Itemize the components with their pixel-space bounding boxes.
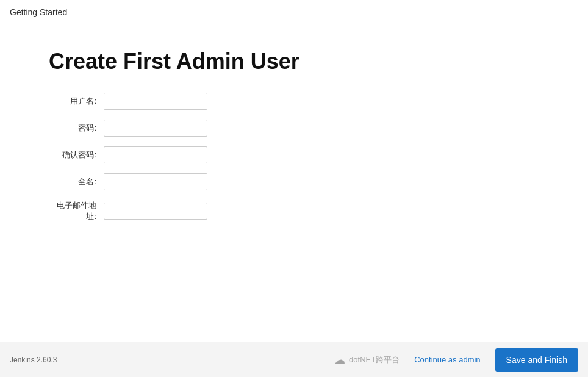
bottom-bar: Jenkins 2.60.3 ☁ dotNET跨平台 Continue as a… bbox=[0, 342, 588, 377]
bottom-actions: ☁ dotNET跨平台 Continue as admin Save and F… bbox=[334, 348, 578, 372]
watermark-icon: ☁ bbox=[334, 353, 345, 367]
username-input[interactable] bbox=[104, 93, 207, 110]
password-input[interactable] bbox=[104, 120, 207, 137]
save-and-finish-button[interactable]: Save and Finish bbox=[495, 348, 578, 372]
page-title: Create First Admin User bbox=[49, 49, 539, 74]
email-label: 电子邮件地址: bbox=[49, 200, 104, 222]
email-input[interactable] bbox=[104, 203, 207, 220]
username-label: 用户名: bbox=[49, 96, 104, 107]
watermark: ☁ dotNET跨平台 bbox=[334, 353, 400, 367]
fullname-input[interactable] bbox=[104, 173, 207, 190]
top-bar: Getting Started bbox=[0, 0, 588, 24]
username-group: 用户名: bbox=[49, 93, 539, 110]
top-bar-title: Getting Started bbox=[10, 7, 67, 17]
fullname-label: 全名: bbox=[49, 176, 104, 187]
watermark-text: dotNET跨平台 bbox=[349, 354, 400, 365]
continue-as-admin-button[interactable]: Continue as admin bbox=[409, 353, 485, 367]
password-group: 密码: bbox=[49, 120, 539, 137]
confirm-password-input[interactable] bbox=[104, 146, 207, 163]
confirm-password-label: 确认密码: bbox=[49, 149, 104, 160]
email-group: 电子邮件地址: bbox=[49, 200, 539, 222]
main-content: Create First Admin User 用户名: 密码: 确认密码: 全… bbox=[0, 24, 588, 342]
version-label: Jenkins 2.60.3 bbox=[10, 356, 57, 364]
confirm-password-group: 确认密码: bbox=[49, 146, 539, 163]
password-label: 密码: bbox=[49, 123, 104, 134]
fullname-group: 全名: bbox=[49, 173, 539, 190]
